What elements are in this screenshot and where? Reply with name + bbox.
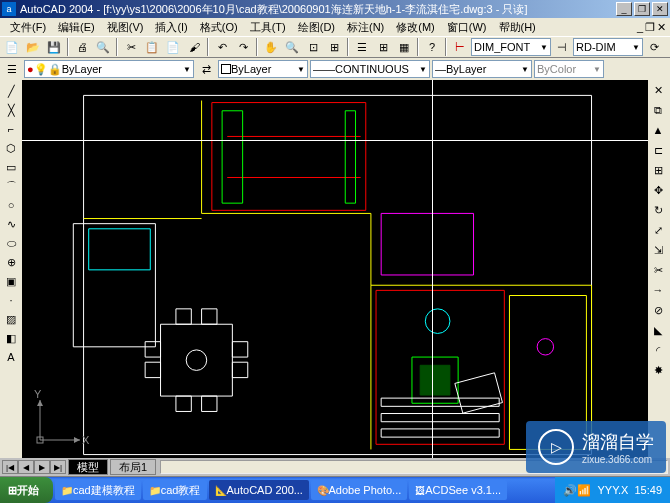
zoom-icon[interactable]: 🔍 bbox=[282, 37, 302, 57]
offset-icon[interactable]: ⊏ bbox=[648, 140, 668, 160]
color-dropdown[interactable]: ByLayer ▼ bbox=[218, 60, 308, 78]
fillet-icon[interactable]: ◜ bbox=[648, 340, 668, 360]
spline-icon[interactable]: ∿ bbox=[2, 215, 20, 233]
svg-rect-18 bbox=[232, 342, 247, 357]
xline-icon[interactable]: ╳ bbox=[2, 101, 20, 119]
linetype-dropdown[interactable]: —— CONTINUOUS ▼ bbox=[310, 60, 430, 78]
open-icon[interactable]: 📂 bbox=[23, 37, 43, 57]
menu-edit[interactable]: 编辑(E) bbox=[52, 20, 101, 35]
taskbar-item-active[interactable]: 📐AutoCAD 200... bbox=[209, 480, 309, 500]
array-icon[interactable]: ⊞ bbox=[648, 160, 668, 180]
dim-update-icon[interactable]: ⟳ bbox=[644, 37, 664, 57]
taskbar-item[interactable]: 🖼ACDSee v3.1... bbox=[409, 480, 507, 500]
copy-obj-icon[interactable]: ⧉ bbox=[648, 100, 668, 120]
doc-restore-button[interactable]: ❐ bbox=[645, 21, 655, 34]
start-button[interactable]: ⊞ 开始 bbox=[0, 477, 53, 503]
system-tray[interactable]: 🔊📶 YYY.X 15:49 bbox=[555, 477, 670, 503]
tab-model[interactable]: 模型 bbox=[68, 459, 108, 475]
rotate-icon[interactable]: ↻ bbox=[648, 200, 668, 220]
color-value: ByLayer bbox=[231, 63, 271, 75]
zoom-window-icon[interactable]: ⊡ bbox=[303, 37, 323, 57]
line-icon[interactable]: ╱ bbox=[2, 82, 20, 100]
save-icon[interactable]: 💾 bbox=[44, 37, 64, 57]
tool-palette-icon[interactable]: ▦ bbox=[394, 37, 414, 57]
taskbar-item[interactable]: 📁cad建模教程 bbox=[55, 480, 141, 500]
extend-icon[interactable]: → bbox=[648, 280, 668, 300]
lineweight-dropdown[interactable]: — ByLayer ▼ bbox=[432, 60, 532, 78]
dimstyle-dropdown[interactable]: DIM_FONT ▼ bbox=[471, 38, 551, 56]
menu-window[interactable]: 窗口(W) bbox=[441, 20, 493, 35]
explode-icon[interactable]: ✸ bbox=[648, 360, 668, 380]
polygon-icon[interactable]: ⬡ bbox=[2, 139, 20, 157]
close-button[interactable]: ✕ bbox=[652, 2, 668, 16]
svg-rect-17 bbox=[145, 362, 160, 377]
dim-icon[interactable]: ⊢ bbox=[450, 37, 470, 57]
arc-icon[interactable]: ⌒ bbox=[2, 177, 20, 195]
chevron-down-icon: ▼ bbox=[540, 43, 548, 52]
menu-help[interactable]: 帮助(H) bbox=[493, 20, 542, 35]
pan-icon[interactable]: ✋ bbox=[261, 37, 281, 57]
modify-toolbar: ✕ ⧉ ▲ ⊏ ⊞ ✥ ↻ ⤢ ⇲ ✂ → ⊘ ◣ ◜ ✸ bbox=[648, 80, 670, 458]
menu-modify[interactable]: 修改(M) bbox=[390, 20, 441, 35]
taskbar-item[interactable]: 📁cad教程 bbox=[143, 480, 207, 500]
pline-icon[interactable]: ⌐ bbox=[2, 120, 20, 138]
menu-tools[interactable]: 工具(T) bbox=[244, 20, 292, 35]
undo-icon[interactable]: ↶ bbox=[212, 37, 232, 57]
plotstyle-dropdown[interactable]: ByColor ▼ bbox=[534, 60, 604, 78]
tab-next-icon[interactable]: ▶ bbox=[34, 460, 50, 474]
rectangle-icon[interactable]: ▭ bbox=[2, 158, 20, 176]
redo-icon[interactable]: ↷ bbox=[233, 37, 253, 57]
doc-minimize-button[interactable]: _ bbox=[637, 21, 643, 34]
cut-icon[interactable]: ✂ bbox=[121, 37, 141, 57]
erase-icon[interactable]: ✕ bbox=[648, 80, 668, 100]
tab-layout1[interactable]: 布局1 bbox=[110, 459, 156, 475]
minimize-button[interactable]: _ bbox=[616, 2, 632, 16]
svg-point-14 bbox=[537, 339, 553, 355]
stretch-icon[interactable]: ⇲ bbox=[648, 240, 668, 260]
help-icon[interactable]: ? bbox=[422, 37, 442, 57]
zoom-prev-icon[interactable]: ⊞ bbox=[324, 37, 344, 57]
chamfer-icon[interactable]: ◣ bbox=[648, 320, 668, 340]
svg-point-11 bbox=[425, 309, 450, 334]
design-center-icon[interactable]: ⊞ bbox=[373, 37, 393, 57]
tab-first-icon[interactable]: |◀ bbox=[2, 460, 18, 474]
text-icon[interactable]: A bbox=[2, 348, 20, 366]
taskbar-item[interactable]: 🎨Adobe Photo... bbox=[311, 480, 408, 500]
dim-linear-icon[interactable]: ⊣ bbox=[552, 37, 572, 57]
hatch-icon[interactable]: ▨ bbox=[2, 310, 20, 328]
mirror-icon[interactable]: ▲ bbox=[648, 120, 668, 140]
menu-dimension[interactable]: 标注(N) bbox=[341, 20, 390, 35]
preview-icon[interactable]: 🔍 bbox=[93, 37, 113, 57]
menu-view[interactable]: 视图(V) bbox=[101, 20, 150, 35]
menu-draw[interactable]: 绘图(D) bbox=[292, 20, 341, 35]
tab-last-icon[interactable]: ▶| bbox=[50, 460, 66, 474]
ellipse-icon[interactable]: ⬭ bbox=[2, 234, 20, 252]
block-icon[interactable]: ▣ bbox=[2, 272, 20, 290]
doc-close-button[interactable]: ✕ bbox=[657, 21, 666, 34]
tray-text: YYY.X bbox=[597, 484, 628, 496]
paste-icon[interactable]: 📄 bbox=[163, 37, 183, 57]
drawing-canvas[interactable]: X Y bbox=[22, 80, 648, 458]
properties-icon[interactable]: ☰ bbox=[352, 37, 372, 57]
insert-icon[interactable]: ⊕ bbox=[2, 253, 20, 271]
point-icon[interactable]: · bbox=[2, 291, 20, 309]
new-icon[interactable]: 📄 bbox=[2, 37, 22, 57]
layer-manager-icon[interactable]: ☰ bbox=[2, 59, 22, 79]
layer-prev-icon[interactable]: ⇄ bbox=[196, 59, 216, 79]
menu-file[interactable]: 文件(F) bbox=[4, 20, 52, 35]
move-icon[interactable]: ✥ bbox=[648, 180, 668, 200]
scale-icon[interactable]: ⤢ bbox=[648, 220, 668, 240]
menu-insert[interactable]: 插入(I) bbox=[149, 20, 193, 35]
layer-dropdown[interactable]: ●💡🔒 ByLayer ▼ bbox=[24, 60, 194, 78]
copy-icon[interactable]: 📋 bbox=[142, 37, 162, 57]
trim-icon[interactable]: ✂ bbox=[648, 260, 668, 280]
dimtool-dropdown[interactable]: RD-DIM ▼ bbox=[573, 38, 643, 56]
circle-icon[interactable]: ○ bbox=[2, 196, 20, 214]
tab-prev-icon[interactable]: ◀ bbox=[18, 460, 34, 474]
restore-button[interactable]: ❐ bbox=[634, 2, 650, 16]
menu-format[interactable]: 格式(O) bbox=[194, 20, 244, 35]
break-icon[interactable]: ⊘ bbox=[648, 300, 668, 320]
print-icon[interactable]: 🖨 bbox=[72, 37, 92, 57]
region-icon[interactable]: ◧ bbox=[2, 329, 20, 347]
match-icon[interactable]: 🖌 bbox=[184, 37, 204, 57]
